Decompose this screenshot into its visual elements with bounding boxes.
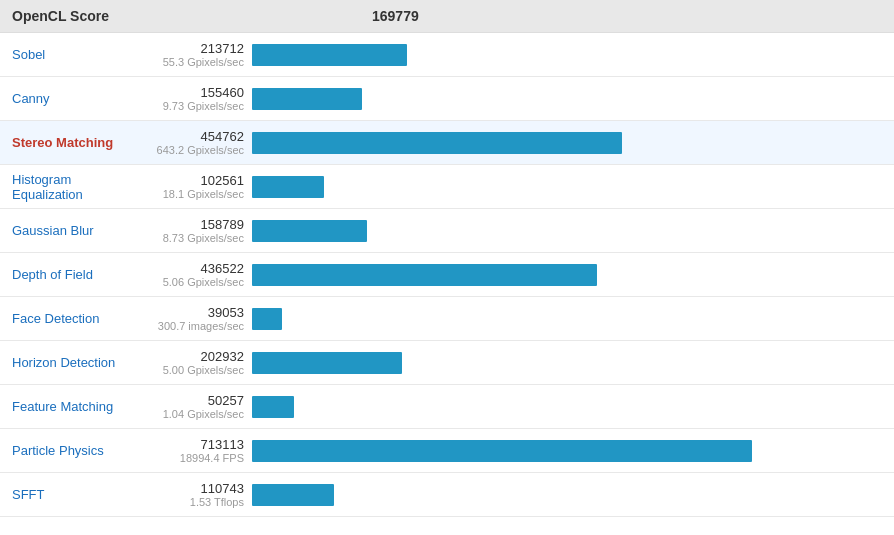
- row-score: 202932: [201, 349, 244, 364]
- row-bar-area: [252, 396, 882, 418]
- row-bar-area: [252, 176, 882, 198]
- table-row: Sobel 213712 55.3 Gpixels/sec: [0, 33, 894, 77]
- row-label: Face Detection: [12, 311, 152, 326]
- table-row: Horizon Detection 202932 5.00 Gpixels/se…: [0, 341, 894, 385]
- row-unit: 5.06 Gpixels/sec: [163, 276, 244, 288]
- table-row: Feature Matching 50257 1.04 Gpixels/sec: [0, 385, 894, 429]
- row-score: 102561: [201, 173, 244, 188]
- row-unit: 9.73 Gpixels/sec: [163, 100, 244, 112]
- bar: [252, 352, 402, 374]
- row-unit: 18994.4 FPS: [180, 452, 244, 464]
- row-value: 213712 55.3 Gpixels/sec: [152, 41, 252, 68]
- row-unit: 8.73 Gpixels/sec: [163, 232, 244, 244]
- row-bar-area: [252, 484, 882, 506]
- row-label: Depth of Field: [12, 267, 152, 282]
- row-bar-area: [252, 440, 882, 462]
- bar: [252, 264, 597, 286]
- bar: [252, 308, 282, 330]
- row-score: 50257: [208, 393, 244, 408]
- header-score: 169779: [372, 8, 419, 24]
- header-title: OpenCL Score: [12, 8, 372, 24]
- row-unit: 643.2 Gpixels/sec: [157, 144, 244, 156]
- bar: [252, 176, 324, 198]
- row-label: Sobel: [12, 47, 152, 62]
- row-value: 39053 300.7 images/sec: [152, 305, 252, 332]
- row-bar-area: [252, 132, 882, 154]
- row-unit: 1.04 Gpixels/sec: [163, 408, 244, 420]
- header-row: OpenCL Score 169779: [0, 0, 894, 33]
- table-row: Gaussian Blur 158789 8.73 Gpixels/sec: [0, 209, 894, 253]
- row-score: 454762: [201, 129, 244, 144]
- benchmark-list: Sobel 213712 55.3 Gpixels/sec Canny 1554…: [0, 33, 894, 517]
- bar: [252, 88, 362, 110]
- table-row: Face Detection 39053 300.7 images/sec: [0, 297, 894, 341]
- row-score: 213712: [201, 41, 244, 56]
- row-unit: 18.1 Gpixels/sec: [163, 188, 244, 200]
- row-value: 110743 1.53 Tflops: [152, 481, 252, 508]
- table-row: Particle Physics 713113 18994.4 FPS: [0, 429, 894, 473]
- row-label: Feature Matching: [12, 399, 152, 414]
- table-row: Stereo Matching 454762 643.2 Gpixels/sec: [0, 121, 894, 165]
- row-bar-area: [252, 220, 882, 242]
- row-bar-area: [252, 308, 882, 330]
- row-score: 39053: [208, 305, 244, 320]
- bar: [252, 440, 752, 462]
- bar: [252, 44, 407, 66]
- row-unit: 300.7 images/sec: [158, 320, 244, 332]
- row-value: 713113 18994.4 FPS: [152, 437, 252, 464]
- table-row: HistogramEqualization 102561 18.1 Gpixel…: [0, 165, 894, 209]
- row-bar-area: [252, 352, 882, 374]
- row-bar-area: [252, 88, 882, 110]
- row-label: Gaussian Blur: [12, 223, 152, 238]
- bar: [252, 132, 622, 154]
- row-score: 436522: [201, 261, 244, 276]
- row-unit: 55.3 Gpixels/sec: [163, 56, 244, 68]
- row-unit: 5.00 Gpixels/sec: [163, 364, 244, 376]
- row-unit: 1.53 Tflops: [190, 496, 244, 508]
- bar: [252, 484, 334, 506]
- row-score: 158789: [201, 217, 244, 232]
- bar: [252, 396, 294, 418]
- row-value: 50257 1.04 Gpixels/sec: [152, 393, 252, 420]
- row-label: SFFT: [12, 487, 152, 502]
- row-label: Stereo Matching: [12, 135, 152, 150]
- bar: [252, 220, 367, 242]
- row-score: 713113: [201, 437, 244, 452]
- row-value: 454762 643.2 Gpixels/sec: [152, 129, 252, 156]
- table-row: Canny 155460 9.73 Gpixels/sec: [0, 77, 894, 121]
- row-value: 202932 5.00 Gpixels/sec: [152, 349, 252, 376]
- row-label: Particle Physics: [12, 443, 152, 458]
- row-bar-area: [252, 44, 882, 66]
- row-value: 155460 9.73 Gpixels/sec: [152, 85, 252, 112]
- row-score: 155460: [201, 85, 244, 100]
- row-value: 158789 8.73 Gpixels/sec: [152, 217, 252, 244]
- row-label: Horizon Detection: [12, 355, 152, 370]
- row-score: 110743: [201, 481, 244, 496]
- row-value: 102561 18.1 Gpixels/sec: [152, 173, 252, 200]
- table-row: Depth of Field 436522 5.06 Gpixels/sec: [0, 253, 894, 297]
- table-row: SFFT 110743 1.53 Tflops: [0, 473, 894, 517]
- row-label: Canny: [12, 91, 152, 106]
- row-bar-area: [252, 264, 882, 286]
- row-label: HistogramEqualization: [12, 172, 152, 202]
- row-value: 436522 5.06 Gpixels/sec: [152, 261, 252, 288]
